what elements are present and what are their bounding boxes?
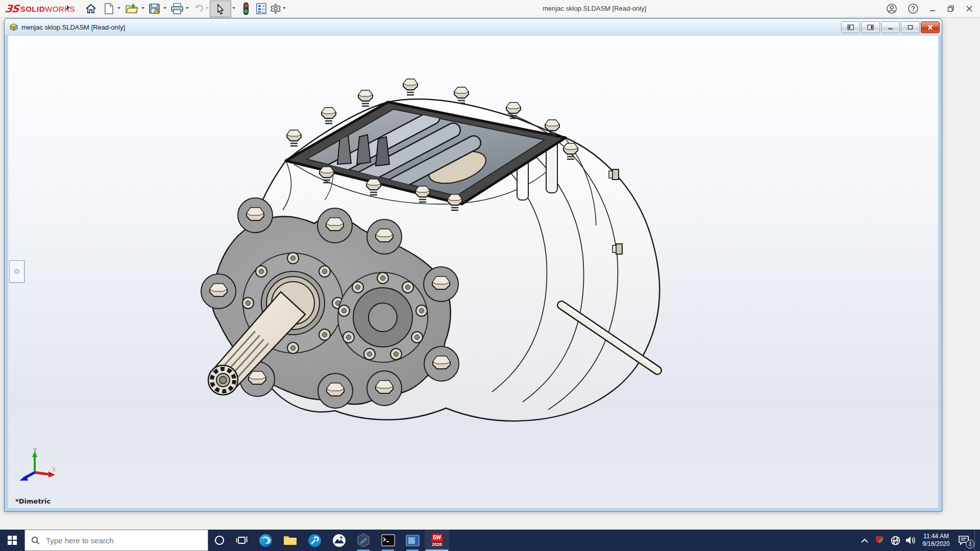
new-document-button[interactable] bbox=[102, 2, 116, 16]
view-orientation-label: *Dimetric bbox=[15, 497, 51, 505]
notification-badge: 3 bbox=[966, 540, 974, 548]
account-icon bbox=[886, 3, 897, 14]
command-prompt-icon bbox=[381, 534, 395, 546]
open-button[interactable] bbox=[125, 2, 139, 16]
taskbar-file-explorer[interactable] bbox=[278, 530, 302, 551]
help-icon bbox=[908, 3, 919, 14]
new-document-icon bbox=[103, 3, 114, 15]
hidden-icons-button[interactable] bbox=[858, 530, 871, 551]
undo-dropdown-caret[interactable] bbox=[206, 7, 209, 9]
task-view-icon bbox=[236, 535, 248, 545]
volume-tray[interactable] bbox=[904, 530, 917, 551]
restore-icon bbox=[907, 24, 914, 30]
gearbox-3d-model[interactable] bbox=[8, 36, 938, 508]
home-icon bbox=[85, 3, 97, 15]
windows-logo-icon bbox=[8, 536, 17, 545]
taskbar-wrench-tool[interactable] bbox=[302, 530, 327, 551]
gear-icon bbox=[270, 3, 282, 15]
save-button[interactable] bbox=[148, 2, 162, 16]
toolbar-flyout-arrow-icon[interactable] bbox=[67, 5, 70, 10]
open-folder-icon bbox=[125, 3, 138, 15]
solidworks-monitor-tray[interactable] bbox=[873, 530, 887, 551]
open-dropdown-caret[interactable] bbox=[141, 7, 144, 9]
app-title-toolbar: ЗS SOLIDWORKS menjac sklop.SLDASM [Read-… bbox=[0, 0, 980, 18]
solidworks-monitor-icon bbox=[875, 535, 885, 545]
pane-right-icon bbox=[867, 24, 874, 30]
photos-icon bbox=[332, 534, 346, 547]
volume-icon bbox=[905, 535, 916, 545]
account-button[interactable] bbox=[884, 2, 899, 16]
edge-icon bbox=[259, 534, 273, 547]
taskbar-solidworks-2020[interactable]: SW 2020 bbox=[425, 530, 449, 551]
document-title: menjac sklop.SLDASM [Read-only] bbox=[21, 23, 125, 31]
undo-button[interactable] bbox=[192, 2, 206, 16]
doc-close-button[interactable] bbox=[921, 21, 940, 33]
taskbar-hexagon-app[interactable] bbox=[351, 530, 376, 551]
print-icon bbox=[170, 3, 184, 15]
sw-icon-year: 2020 bbox=[432, 542, 442, 547]
design-checker-icon bbox=[255, 3, 267, 15]
sw-icon-text: SW bbox=[433, 535, 442, 540]
select-tool-button[interactable] bbox=[210, 1, 231, 17]
app-close-button[interactable] bbox=[962, 2, 977, 16]
chevron-up-icon bbox=[861, 538, 868, 543]
start-button[interactable] bbox=[0, 530, 24, 551]
close-icon bbox=[966, 5, 973, 12]
solidworks-logo: ЗS SOLIDWORKS bbox=[5, 3, 75, 14]
show-desktop-button[interactable] bbox=[974, 530, 978, 551]
save-icon bbox=[148, 3, 161, 15]
close-icon bbox=[927, 24, 934, 30]
file-explorer-icon bbox=[283, 534, 297, 546]
select-dropdown-caret[interactable] bbox=[232, 7, 235, 9]
graphics-viewport[interactable]: Y X *Dimetric bbox=[8, 36, 938, 508]
app-restore-button[interactable] bbox=[943, 2, 959, 16]
doc-restore-button[interactable] bbox=[901, 21, 920, 33]
design-checker-button[interactable] bbox=[254, 2, 268, 16]
search-icon bbox=[31, 536, 40, 545]
orientation-triad: Y X bbox=[16, 448, 57, 489]
new-document-dropdown-caret[interactable] bbox=[117, 7, 120, 9]
solidworks-logo-mark: ЗS bbox=[4, 3, 19, 15]
cortana-button[interactable] bbox=[208, 530, 231, 551]
doc-pane-left-button[interactable] bbox=[841, 21, 860, 33]
document-title-bar[interactable]: menjac sklop.SLDASM [Read-only] bbox=[5, 19, 942, 35]
taskbar-search[interactable] bbox=[24, 530, 208, 551]
clock-time: 11:44 AM bbox=[919, 533, 953, 540]
save-dropdown-caret[interactable] bbox=[163, 7, 166, 9]
print-dropdown-caret[interactable] bbox=[186, 7, 189, 9]
print-button[interactable] bbox=[170, 2, 184, 16]
search-input[interactable] bbox=[45, 536, 175, 545]
select-arrow-icon bbox=[215, 4, 226, 15]
model-output-boss bbox=[338, 272, 428, 362]
collapsed-panel-tab[interactable] bbox=[9, 260, 24, 283]
home-button[interactable] bbox=[84, 2, 98, 16]
taskbar-clock[interactable]: 11:44 AM 9/16/2020 bbox=[919, 533, 953, 548]
triad-x-label: X bbox=[52, 466, 56, 472]
action-center-button[interactable]: 3 bbox=[955, 530, 972, 551]
doc-minimize-button[interactable] bbox=[881, 21, 900, 33]
hexagon-app-icon bbox=[357, 533, 370, 547]
solidworks-2020-icon: SW 2020 bbox=[429, 532, 445, 548]
options-button[interactable] bbox=[268, 2, 283, 16]
blue-window-app-icon bbox=[406, 535, 420, 546]
system-tray: 11:44 AM 9/16/2020 3 bbox=[858, 530, 980, 551]
taskbar-command-prompt[interactable] bbox=[376, 530, 400, 551]
app-minimize-button[interactable] bbox=[925, 2, 940, 16]
network-tray[interactable] bbox=[889, 530, 902, 551]
document-window-controls bbox=[841, 21, 940, 33]
windows-taskbar: SW 2020 11:44 AM 9/16/2020 3 bbox=[0, 530, 980, 551]
network-globe-icon bbox=[890, 535, 901, 546]
doc-pane-right-button[interactable] bbox=[861, 21, 880, 33]
task-view-button[interactable] bbox=[231, 530, 253, 551]
panel-tab-dot-icon bbox=[14, 269, 19, 274]
taskbar-blue-window-app[interactable] bbox=[400, 530, 425, 551]
traffic-light-button[interactable] bbox=[239, 2, 253, 16]
taskbar-photos[interactable] bbox=[327, 530, 351, 551]
document-window: menjac sklop.SLDASM [Read-only] bbox=[4, 18, 942, 512]
app-window-title: menjac sklop.SLDASM [Read-only] bbox=[543, 5, 646, 12]
options-dropdown-caret[interactable] bbox=[283, 7, 286, 9]
pane-left-icon bbox=[847, 24, 854, 30]
restore-icon bbox=[947, 5, 954, 12]
taskbar-edge[interactable] bbox=[253, 530, 278, 551]
help-button[interactable] bbox=[905, 2, 921, 16]
